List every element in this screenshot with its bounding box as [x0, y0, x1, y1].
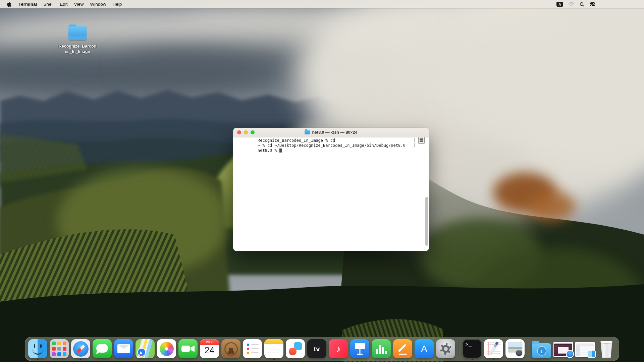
menu-help[interactable]: Help — [113, 0, 122, 8]
folder-label: Recognize_Barcod es_In_Image — [56, 44, 99, 54]
dock-item-mail[interactable] — [114, 339, 133, 358]
dock-item-safari[interactable] — [71, 339, 90, 358]
numbers-icon — [372, 339, 391, 358]
terminal-line-1: Recognize_Barcodes_In_Image % cd] — [233, 138, 429, 143]
textedit-icon — [484, 339, 503, 358]
facetime-icon — [178, 339, 198, 358]
folder-icon — [68, 26, 87, 40]
calendar-icon: DEC24 — [200, 339, 219, 358]
calendar-month-label: DEC — [200, 340, 219, 343]
dock-item-photos[interactable] — [157, 339, 176, 358]
dock-item-maps[interactable] — [136, 339, 155, 358]
reminders-icon — [243, 339, 262, 358]
dock-item-window-safari[interactable] — [553, 342, 573, 358]
photos-icon — [157, 339, 176, 358]
apple-menu-icon[interactable] — [7, 1, 12, 7]
dock-item-notes[interactable] — [264, 339, 283, 358]
trash-icon — [599, 341, 613, 358]
settings-icon — [436, 339, 455, 358]
terminal-window[interactable]: net8.0 — -zsh — 80×24 Recognize_Barcodes… — [233, 128, 429, 251]
dock-item-facetime[interactable] — [178, 339, 198, 358]
dock-item-trash[interactable] — [597, 341, 616, 358]
contacts-icon — [221, 339, 240, 358]
running-indicator — [37, 359, 39, 360]
maps-icon — [136, 339, 155, 358]
spotlight-search-icon[interactable] — [579, 2, 585, 7]
keynote-icon — [350, 339, 369, 358]
scrollbar-thumb[interactable] — [425, 197, 428, 246]
music-icon: ♪ — [329, 339, 348, 358]
terminal-icon: >_ — [463, 339, 482, 358]
dock-item-settings[interactable] — [436, 339, 455, 358]
downloads-icon: ↓ — [532, 343, 551, 358]
terminal-content[interactable]: Recognize_Barcodes_In_Image % cd]~ % cd … — [233, 137, 429, 251]
dock-item-reminders[interactable] — [243, 339, 262, 358]
appletv-icon: tv — [307, 339, 326, 358]
dock-item-preview[interactable] — [505, 339, 525, 358]
finder-icon — [28, 339, 47, 358]
dock-item-keynote[interactable] — [350, 339, 369, 358]
dock-item-contacts[interactable] — [221, 339, 240, 358]
menu-shell[interactable]: Shell — [43, 0, 53, 8]
dock-item-music[interactable]: ♪ — [329, 339, 348, 358]
dock-item-terminal[interactable]: >_ — [463, 339, 482, 358]
music-glyph: ♪ — [336, 344, 341, 354]
dock-item-appletv[interactable]: tv — [307, 339, 326, 358]
dock-item-window-finder[interactable] — [575, 342, 595, 358]
window-finder-icon — [575, 342, 595, 357]
pages-icon — [393, 339, 412, 358]
menu-bar-status: A — [556, 2, 595, 7]
downloads-glyph: ↓ — [538, 347, 546, 355]
desktop-folder-recognize-barcodes-in-image[interactable]: Recognize_Barcod es_In_Image — [56, 23, 99, 54]
app-menus: TerminalShellEditViewWindowHelp — [18, 0, 122, 8]
appstore-icon: A — [415, 339, 434, 358]
window-title: net8.0 — -zsh — 80×24 — [305, 130, 357, 135]
control-center-icon[interactable] — [590, 2, 595, 7]
safari-icon — [71, 339, 90, 358]
minimize-button[interactable] — [244, 130, 248, 134]
input-source-icon[interactable]: A — [556, 2, 563, 7]
terminal-titlebar[interactable]: net8.0 — -zsh — 80×24 — [233, 128, 429, 137]
dock-item-finder[interactable] — [28, 339, 47, 358]
menu-view[interactable]: View — [74, 0, 84, 8]
dock-item-freeform[interactable] — [286, 339, 305, 358]
menu-terminal[interactable]: Terminal — [18, 0, 37, 8]
menu-edit[interactable]: Edit — [60, 0, 67, 8]
menu-window[interactable]: Window — [90, 0, 106, 8]
preview-icon — [505, 339, 525, 358]
terminal-line-3: net8.0 % — [233, 148, 429, 153]
dock-item-calendar[interactable]: DEC24 — [200, 339, 219, 358]
dock-divider — [459, 340, 459, 357]
close-button[interactable] — [237, 130, 241, 134]
running-indicator — [472, 359, 473, 360]
command-mark: ] — [413, 143, 416, 148]
running-indicator — [80, 359, 82, 360]
terminal-cursor — [279, 148, 282, 153]
dock: DEC24tv♪A>_↓ — [25, 337, 619, 361]
proxy-folder-icon — [305, 130, 310, 134]
terminal-glyph: >_ — [466, 342, 472, 347]
dock-item-numbers[interactable] — [372, 339, 391, 358]
calendar-day-label: 24 — [200, 345, 219, 356]
launchpad-icon — [50, 339, 69, 358]
mail-icon — [114, 339, 133, 358]
desktop: TerminalShellEditViewWindowHelp A — [0, 0, 644, 362]
running-indicator — [493, 359, 494, 360]
terminal-line-2: ~ % cd ~/Desktop/Recognize_Barcodes_In_I… — [233, 143, 429, 148]
dock-item-launchpad[interactable] — [50, 339, 69, 358]
dock-item-appstore[interactable]: A — [415, 339, 434, 358]
window-safari-icon — [553, 342, 573, 357]
dock-item-pages[interactable] — [393, 339, 412, 358]
dock-item-downloads[interactable]: ↓ — [532, 343, 551, 358]
zoom-button[interactable] — [251, 130, 255, 134]
command-mark: ] — [413, 138, 416, 143]
messages-icon — [93, 339, 112, 358]
wifi-icon[interactable] — [568, 2, 574, 7]
freeform-icon — [286, 339, 305, 358]
split-pane-button[interactable] — [418, 137, 425, 144]
dock-item-messages[interactable] — [93, 339, 112, 358]
appletv-glyph: tv — [314, 345, 320, 353]
menu-bar: TerminalShellEditViewWindowHelp A — [0, 0, 644, 8]
dock-item-textedit[interactable] — [484, 339, 503, 358]
running-indicator — [273, 359, 275, 360]
